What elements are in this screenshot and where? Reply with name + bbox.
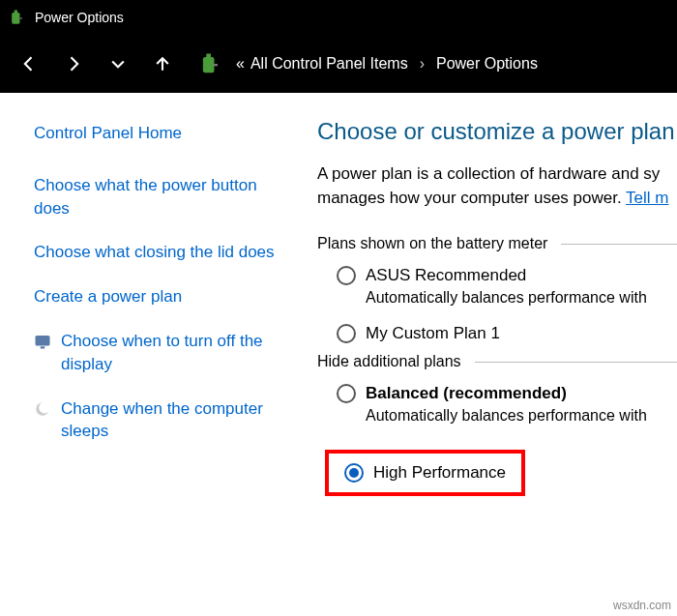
svg-rect-5 — [213, 64, 218, 66]
plan-name[interactable]: My Custom Plan 1 — [366, 324, 500, 343]
svg-rect-3 — [203, 57, 215, 73]
plan-name[interactable]: ASUS Recommended — [366, 266, 526, 285]
radio-asus-recommended[interactable] — [337, 266, 356, 285]
svg-rect-4 — [206, 54, 211, 58]
svg-rect-7 — [41, 346, 45, 348]
up-button[interactable] — [143, 44, 182, 83]
sidebar-item-label: Change when the computer sleeps — [61, 397, 280, 444]
main-content: Choose or customize a power plan A power… — [300, 93, 677, 616]
sidebar-item-label: Choose when to turn off the display — [61, 330, 280, 376]
page-heading: Choose or customize a power plan — [317, 118, 677, 145]
svg-rect-2 — [19, 17, 22, 19]
control-panel-home-link[interactable]: Control Panel Home — [34, 122, 280, 145]
window-title: Power Options — [35, 10, 124, 25]
breadcrumb-chev: « — [236, 55, 245, 73]
page-description: A power plan is a collection of hardware… — [317, 162, 677, 210]
svg-rect-6 — [36, 336, 50, 346]
plan-description: Automatically balances performance with — [366, 289, 677, 307]
recent-dropdown[interactable] — [99, 44, 137, 83]
sidebar-item-turn-off-display[interactable]: Choose when to turn off the display — [34, 330, 280, 376]
radio-high-performance[interactable] — [344, 463, 364, 483]
breadcrumb-icon — [197, 50, 224, 77]
title-bar: Power Options — [0, 0, 677, 35]
group-battery-plans: Plans shown on the battery meter — [317, 235, 677, 252]
radio-balanced[interactable] — [337, 384, 356, 403]
group-additional-plans[interactable]: Hide additional plans — [317, 353, 677, 370]
monitor-icon — [34, 333, 51, 350]
sidebar-item-sleep[interactable]: Change when the computer sleeps — [34, 397, 280, 444]
svg-rect-1 — [15, 11, 17, 14]
breadcrumb-root[interactable]: All Control Panel Items — [250, 55, 408, 73]
sidebar-item-create-plan[interactable]: Create a power plan — [34, 285, 280, 308]
sidebar: Control Panel Home Choose what the power… — [0, 93, 300, 616]
battery-icon — [8, 8, 27, 27]
svg-rect-0 — [12, 13, 19, 24]
nav-bar: « All Control Panel Items › Power Option… — [0, 35, 677, 93]
back-button[interactable] — [10, 44, 48, 83]
moon-icon — [34, 400, 51, 418]
plan-name[interactable]: Balanced (recommended) — [366, 384, 567, 403]
plan-name[interactable]: High Performance — [373, 463, 506, 483]
radio-my-custom-plan[interactable] — [337, 324, 356, 343]
sidebar-item-power-button[interactable]: Choose what the power button does — [34, 174, 280, 220]
highlighted-plan: High Performance — [325, 450, 525, 496]
watermark: wsxdn.com — [613, 599, 671, 612]
breadcrumb-sep: › — [420, 55, 425, 73]
plan-description: Automatically balances performance with — [366, 407, 677, 425]
svg-point-9 — [39, 401, 50, 413]
tell-me-more-link[interactable]: Tell m — [626, 189, 668, 207]
forward-button[interactable] — [54, 44, 93, 83]
breadcrumb-current[interactable]: Power Options — [436, 55, 538, 73]
sidebar-item-close-lid[interactable]: Choose what closing the lid does — [34, 241, 280, 264]
